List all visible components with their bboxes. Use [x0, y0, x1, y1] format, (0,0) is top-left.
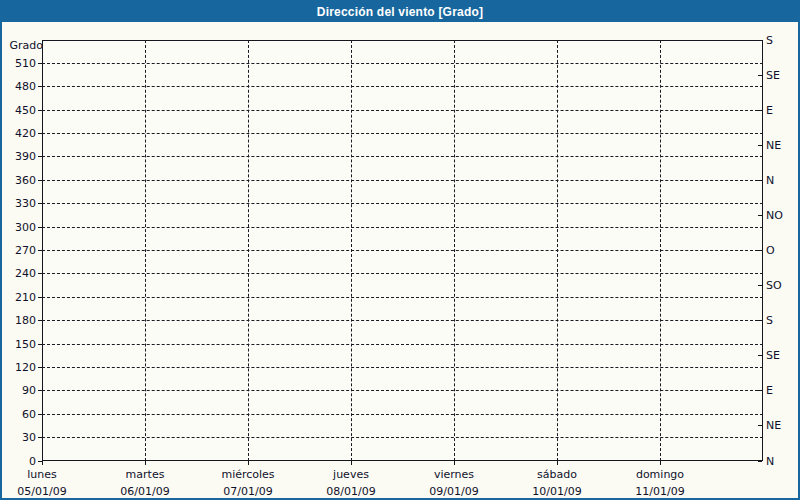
y-axis-label-right: O [766, 244, 796, 257]
y-axis-label-right: SE [766, 69, 796, 82]
x-axis-tick [42, 461, 43, 465]
y-axis-tick-left [38, 320, 42, 321]
y-axis-tick-right [758, 250, 762, 251]
grid-line-horizontal [42, 63, 763, 64]
grid-line-horizontal [42, 390, 763, 391]
title-bar: Dirección del viento [Grado] [2, 2, 798, 22]
x-day-label: sábado [507, 468, 607, 481]
y-axis-tick-left [38, 133, 42, 134]
y-axis-label-left: 30 [2, 431, 36, 444]
y-axis-tick-left [38, 227, 42, 228]
y-axis-tick-right [758, 110, 762, 111]
x-date-label: 08/01/09 [301, 485, 401, 498]
y-axis-label-left: 480 [2, 80, 36, 93]
y-axis-label-right: S [766, 34, 796, 47]
chart-title: Dirección del viento [Grado] [317, 5, 483, 19]
y-axis-tick-right [758, 320, 762, 321]
y-axis-label-left: 240 [2, 267, 36, 280]
y-axis-label-left: 300 [2, 221, 36, 234]
y-axis-label-right: S [766, 314, 796, 327]
grid-line-horizontal [42, 297, 763, 298]
y-axis-tick-left [38, 297, 42, 298]
y-axis-tick-left [38, 250, 42, 251]
x-day-label: viernes [404, 468, 504, 481]
x-date-label: 11/01/09 [610, 485, 710, 498]
y-axis-label-left: 270 [2, 244, 36, 257]
x-axis-tick [248, 461, 249, 465]
grid-line-horizontal [42, 414, 763, 415]
y-axis-tick-right [758, 180, 762, 181]
grid-line-vertical [351, 40, 352, 461]
y-axis-tick-right [758, 40, 762, 41]
x-day-label: domingo [610, 468, 710, 481]
y-axis-tick-left [38, 344, 42, 345]
y-axis-tick-left [38, 367, 42, 368]
grid-line-horizontal [42, 110, 763, 111]
y-axis-tick-left [38, 86, 42, 87]
y-axis-label-left: 210 [2, 291, 36, 304]
y-axis-tick-left [38, 180, 42, 181]
x-axis-tick [454, 461, 455, 465]
y-axis-tick-right [758, 215, 762, 216]
y-axis-tick-right [758, 390, 762, 391]
grid-line-horizontal [42, 320, 763, 321]
grid-line-horizontal [42, 273, 763, 274]
y-axis-title: Grado [2, 39, 43, 52]
grid-line-horizontal [42, 367, 763, 368]
y-axis-tick-right [758, 75, 762, 76]
y-axis-label-right: E [766, 104, 796, 117]
y-axis-tick-left [38, 414, 42, 415]
x-date-label: 05/01/09 [0, 485, 92, 498]
y-axis-tick-right [758, 425, 762, 426]
grid-line-vertical [660, 40, 661, 461]
x-day-label: lunes [0, 468, 92, 481]
x-date-label: 10/01/09 [507, 485, 607, 498]
grid-line-horizontal [42, 133, 763, 134]
x-date-label: 06/01/09 [95, 485, 195, 498]
y-axis-label-left: 450 [2, 104, 36, 117]
y-axis-tick-left [38, 156, 42, 157]
grid-line-horizontal [42, 250, 763, 251]
grid-line-vertical [557, 40, 558, 461]
y-axis-label-left: 60 [2, 408, 36, 421]
chart-window: Dirección del viento [Grado] Grado 03060… [0, 0, 800, 500]
y-axis-tick-left [38, 203, 42, 204]
y-axis-label-right: N [766, 174, 796, 187]
x-day-label: jueves [301, 468, 401, 481]
grid-line-horizontal [42, 344, 763, 345]
y-axis-label-left: 510 [2, 57, 36, 70]
grid-line-vertical [145, 40, 146, 461]
grid-line-horizontal [42, 86, 763, 87]
grid-line-vertical [248, 40, 249, 461]
x-axis-tick [351, 461, 352, 465]
y-axis-tick-right [758, 355, 762, 356]
y-axis-label-left: 360 [2, 174, 36, 187]
y-axis-label-left: 390 [2, 150, 36, 163]
y-axis-label-left: 0 [2, 455, 36, 468]
y-axis-tick-right [758, 461, 762, 462]
chart-area: Grado 0306090120150180210240270300330360… [2, 22, 798, 498]
y-axis-label-right: NO [766, 209, 796, 222]
grid-line-vertical [454, 40, 455, 461]
y-axis-tick-right [758, 285, 762, 286]
y-axis-label-left: 150 [2, 338, 36, 351]
grid-line-horizontal [42, 203, 763, 204]
y-axis-tick-left [38, 437, 42, 438]
grid-line-horizontal [42, 156, 763, 157]
y-axis-label-right: NE [766, 139, 796, 152]
y-axis-label-right: NE [766, 419, 796, 432]
y-axis-label-left: 330 [2, 197, 36, 210]
x-day-label: martes [95, 468, 195, 481]
x-axis-tick [557, 461, 558, 465]
y-axis-tick-left [38, 273, 42, 274]
x-date-label: 09/01/09 [404, 485, 504, 498]
y-axis-label-left: 120 [2, 361, 36, 374]
x-day-label: miércoles [198, 468, 298, 481]
x-date-label: 07/01/09 [198, 485, 298, 498]
y-axis-tick-right [758, 145, 762, 146]
y-axis-tick-left [38, 390, 42, 391]
grid-line-horizontal [42, 227, 763, 228]
y-axis-label-right: SO [766, 279, 796, 292]
grid-line-horizontal [42, 180, 763, 181]
x-axis-tick [660, 461, 661, 465]
